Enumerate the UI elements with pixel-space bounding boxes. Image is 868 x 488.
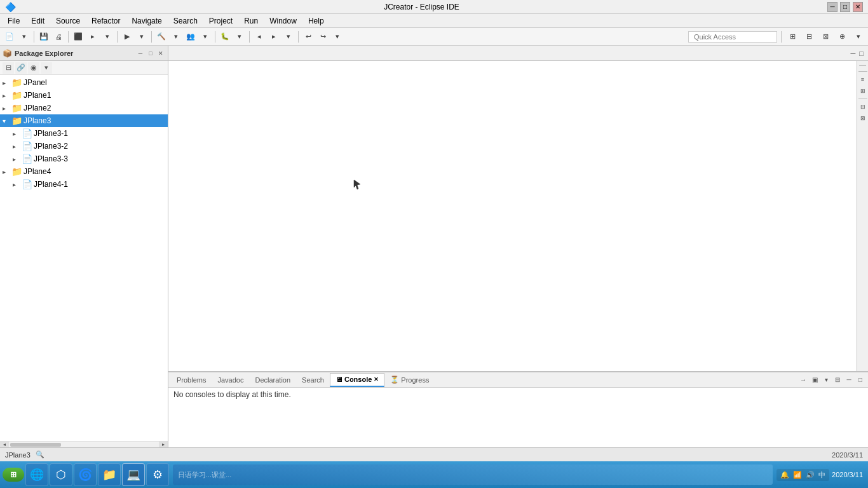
menu-item-refactor[interactable]: Refactor [86, 15, 125, 27]
menu-item-edit[interactable]: Edit [26, 15, 50, 27]
nav-dropdown[interactable]: ▾ [281, 30, 295, 44]
rs-button-1[interactable]: │ [858, 62, 868, 69]
redo-button[interactable]: ↪ [316, 30, 330, 44]
menu-item-file[interactable]: File [3, 15, 25, 27]
bottom-tab-search[interactable]: Search [296, 373, 330, 387]
pkg-view-button[interactable]: ◉ [28, 62, 39, 74]
taskbar-app2[interactable]: ⚙ [146, 463, 169, 486]
perspective-button[interactable]: ⊞ [785, 30, 799, 44]
taskbar-ie[interactable]: 🌐 [25, 463, 48, 486]
menu-item-source[interactable]: Source [51, 15, 85, 27]
run-button[interactable]: ▶ [120, 30, 134, 44]
perspective4-button[interactable]: ⊕ [835, 30, 849, 44]
new-dropdown[interactable]: ▾ [17, 30, 31, 44]
tree-item-jplane3-1[interactable]: ▸📄JPlane3-1 [0, 127, 168, 140]
console-dropdown-btn[interactable]: ▾ [821, 375, 831, 385]
scroll-left-btn[interactable]: ◂ [0, 442, 9, 448]
toolbar-sep-right [781, 31, 782, 43]
console-minimize-btn[interactable]: ─ [844, 375, 854, 385]
menu-item-run[interactable]: Run [239, 15, 263, 27]
rs-button-3[interactable]: ⊞ [858, 86, 868, 96]
menu-item-window[interactable]: Window [264, 15, 302, 27]
run-prev-dropdown[interactable]: ▾ [100, 30, 114, 44]
pkg-maximize-button[interactable]: □ [146, 49, 155, 58]
tree-item-jplane3-3[interactable]: ▸📄JPlane3-3 [0, 152, 168, 165]
run-dropdown[interactable]: ▾ [135, 30, 149, 44]
perspective2-button[interactable]: ⊟ [802, 30, 816, 44]
scroll-track[interactable] [9, 442, 159, 447]
build-button[interactable]: 🔨 [154, 30, 168, 44]
run-prev-button[interactable]: ▸ [86, 30, 100, 44]
status-left: JPlane3 🔍 [5, 451, 44, 459]
editor-maximize-button[interactable]: □ [857, 50, 865, 57]
undo-button[interactable]: ↩ [301, 30, 315, 44]
perspective3-button[interactable]: ⊠ [818, 30, 832, 44]
taskbar-right: 🔔 📶 🔊 中 2020/3/11 [776, 469, 865, 481]
nav-prev-button[interactable]: ◂ [252, 30, 266, 44]
menu-item-search[interactable]: Search [168, 15, 203, 27]
rs-button-5[interactable]: ⊠ [858, 113, 868, 123]
team-button[interactable]: 👥 [184, 30, 198, 44]
toolbar: 📄 ▾ 💾 🖨 ⬛ ▸ ▾ ▶ ▾ 🔨 ▾ 👥 ▾ 🐛 ▾ ◂ ▸ ▾ ↩ ↪ … [0, 28, 868, 46]
tree-icon-jplane3-2: 📄 [22, 141, 32, 151]
tree-item-jplane2[interactable]: ▸📁JPlane2 [0, 102, 168, 114]
new-button[interactable]: 📄 [3, 30, 17, 44]
tree-item-jplane3-2[interactable]: ▸📄JPlane3-2 [0, 140, 168, 152]
redo-dropdown[interactable]: ▾ [330, 30, 344, 44]
bottom-tab-javadoc[interactable]: Javadoc [212, 373, 249, 387]
collapse-all-button[interactable]: ⊟ [3, 62, 14, 74]
start-button[interactable]: ⊞ [3, 468, 24, 482]
menu-item-project[interactable]: Project [204, 15, 238, 27]
tree-item-jplane4-1[interactable]: ▸📄JPlane4-1 [0, 178, 168, 191]
tree-item-jplane1[interactable]: ▸📁JPlane1 [0, 89, 168, 102]
taskbar-ie2[interactable]: ⬡ [50, 463, 72, 486]
toolbar-group-1: 📄 ▾ [3, 30, 31, 44]
team-dropdown[interactable]: ▾ [198, 30, 212, 44]
status-icon: 🔍 [36, 451, 44, 459]
menu-item-help[interactable]: Help [303, 15, 329, 27]
pkg-close-button[interactable]: ✕ [156, 49, 165, 58]
console-arrow-btn[interactable]: → [798, 375, 808, 385]
quick-access-input[interactable] [688, 31, 777, 43]
link-with-editor-button[interactable]: 🔗 [15, 62, 27, 74]
open-type-button[interactable]: ⬛ [71, 30, 85, 44]
tree-item-jplane3[interactable]: ▾📁JPlane3 [0, 114, 168, 127]
taskbar-app1[interactable]: 🌀 [74, 463, 97, 486]
taskbar-eclipse[interactable]: 💻 [122, 463, 145, 486]
bottom-tab-problems[interactable]: Problems [171, 373, 212, 387]
taskbar-folder[interactable]: 📁 [98, 463, 121, 486]
perspective5-button[interactable]: ▾ [851, 30, 865, 44]
maximize-button[interactable]: □ [840, 2, 850, 12]
horizontal-scrollbar[interactable]: ◂ ▸ [0, 441, 168, 447]
tab-close-console[interactable]: ✕ [374, 376, 379, 383]
bottom-tab-progress[interactable]: ⏳Progress [384, 373, 435, 387]
console-maximize-btn[interactable]: □ [855, 375, 865, 385]
close-button[interactable]: ✕ [853, 2, 863, 12]
print-button[interactable]: 🖨 [51, 30, 65, 44]
rs-button-2[interactable]: ≡ [858, 74, 868, 85]
save-button[interactable]: 💾 [37, 30, 51, 44]
build-dropdown[interactable]: ▾ [169, 30, 183, 44]
menu-item-navigate[interactable]: Navigate [126, 15, 166, 27]
pkg-view-dropdown[interactable]: ▾ [41, 62, 52, 74]
nav-next-button[interactable]: ▸ [267, 30, 281, 44]
tree-item-jpanel[interactable]: ▸📁JPanel [0, 76, 168, 89]
toolbar-group-3: ⬛ ▸ ▾ [71, 30, 114, 44]
minimize-button[interactable]: ─ [827, 2, 837, 12]
tree-item-jplane4[interactable]: ▸📁JPlane4 [0, 165, 168, 178]
package-explorer-title: Package Explorer [15, 50, 73, 57]
scroll-right-btn[interactable]: ▸ [159, 442, 168, 448]
window-title: JCreator - Eclipse IDE [16, 3, 827, 11]
bottom-tab-console[interactable]: 🖥Console ✕ [330, 373, 384, 387]
rs-button-4[interactable]: ⊟ [858, 102, 868, 112]
debug-prev-button[interactable]: 🐛 [218, 30, 232, 44]
pkg-minimize-button[interactable]: ─ [136, 49, 145, 58]
debug-dropdown[interactable]: ▾ [233, 30, 247, 44]
console-monitor-btn[interactable]: ▣ [810, 375, 820, 385]
scroll-thumb[interactable] [10, 443, 61, 447]
bottom-tab-declaration[interactable]: Declaration [249, 373, 296, 387]
tray-network: 📶 [793, 471, 802, 479]
tree-area[interactable]: ▸📁JPanel▸📁JPlane1▸📁JPlane2▾📁JPlane3▸📄JPl… [0, 75, 168, 441]
console-expand-btn[interactable]: ⊟ [832, 375, 843, 385]
editor-minimize-button[interactable]: ─ [849, 50, 858, 57]
